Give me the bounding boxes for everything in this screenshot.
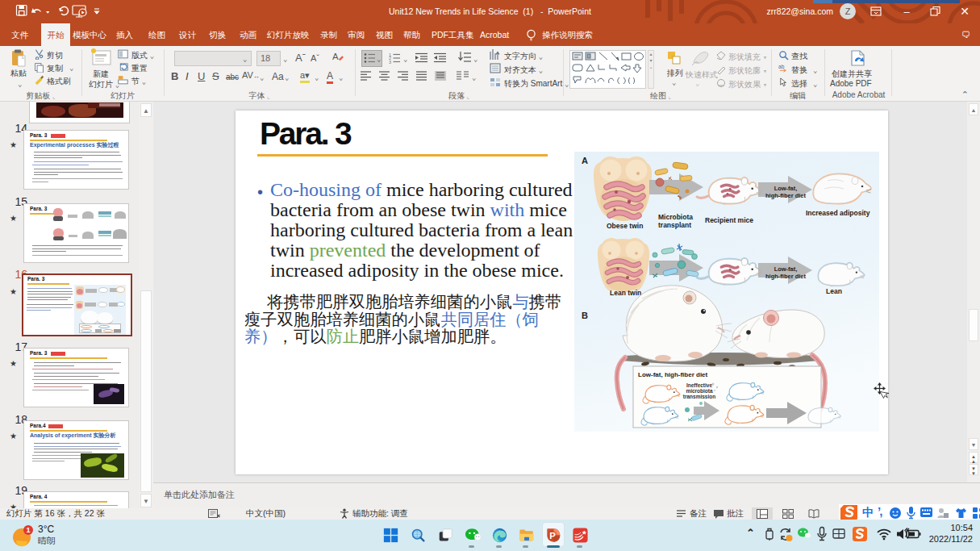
svg-text:transmission: transmission — [683, 394, 715, 399]
svg-text:high-fiber diet: high-fiber diet — [765, 192, 806, 199]
svg-text:Increased adiposity: Increased adiposity — [806, 209, 870, 217]
svg-text:Obese twin: Obese twin — [607, 222, 643, 230]
svg-text:A: A — [582, 156, 588, 165]
svg-text:P: P — [549, 531, 556, 541]
svg-text:1: 1 — [26, 526, 30, 534]
svg-text:Lean twin: Lean twin — [610, 289, 641, 297]
svg-text:Recipient mice: Recipient mice — [705, 216, 753, 224]
svg-text:Low-fat,: Low-fat, — [774, 185, 798, 192]
svg-text:A: A — [332, 52, 339, 61]
svg-text:transplant: transplant — [658, 221, 691, 229]
svg-text:microbiota: microbiota — [686, 388, 713, 394]
svg-text:Low-fat,: Low-fat, — [774, 265, 798, 273]
svg-text:Ineffective: Ineffective — [686, 382, 713, 388]
svg-text:B: B — [582, 311, 588, 320]
svg-text:Lean: Lean — [826, 287, 842, 295]
svg-text:Microbiota: Microbiota — [658, 213, 693, 221]
svg-text:high-fiber diet: high-fiber diet — [765, 273, 806, 280]
svg-text:ab: ab — [778, 64, 785, 69]
svg-text:3: 3 — [389, 60, 391, 65]
svg-text:Low-fat, high-fiber diet: Low-fat, high-fiber diet — [638, 371, 708, 378]
